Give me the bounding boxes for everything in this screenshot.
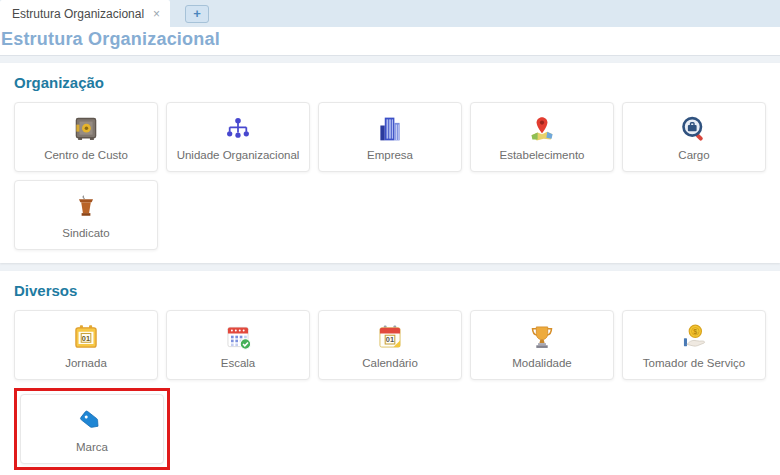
safe-icon [72, 114, 100, 144]
content-area: OrganizaçãoCentro de CustoUnidade Organi… [0, 56, 780, 475]
card-centro-de-custo[interactable]: Centro de Custo [14, 102, 158, 172]
card-label: Sindicato [62, 227, 109, 239]
trophy-icon [528, 322, 556, 352]
tag-icon [78, 406, 106, 436]
card-label: Estabelecimento [499, 149, 584, 161]
card-escala[interactable]: Escala [166, 310, 310, 380]
svg-text:$: $ [693, 327, 697, 335]
section-title: Organização [14, 74, 766, 91]
card-sindicato[interactable]: Sindicato [14, 180, 158, 250]
card-cargo[interactable]: Cargo [622, 102, 766, 172]
card-label: Calendário [362, 357, 418, 369]
card-label: Jornada [65, 357, 107, 369]
tab-label: Estrutura Organizacional [12, 7, 144, 21]
calendar-day-icon: 01 [72, 322, 100, 352]
card-tomador-de-servico[interactable]: $Tomador de Serviço [622, 310, 766, 380]
section-diversos: Diversos01JornadaEscala01CalendárioModal… [0, 271, 780, 475]
svg-text:01: 01 [386, 335, 394, 344]
hand-coin-icon: $ [680, 322, 708, 352]
building-icon [376, 114, 404, 144]
new-tab-button[interactable]: + [185, 5, 209, 23]
card-empresa[interactable]: Empresa [318, 102, 462, 172]
tab-close-icon[interactable]: × [153, 8, 160, 20]
card-label: Cargo [678, 149, 709, 161]
card-jornada[interactable]: 01Jornada [14, 310, 158, 380]
card-label: Empresa [367, 149, 413, 161]
map-pin-icon [528, 114, 556, 144]
page-title: Estrutura Organizacional [0, 27, 780, 56]
card-label: Unidade Organizacional [177, 149, 300, 161]
podium-icon [72, 192, 100, 222]
tab-estrutura-organizacional[interactable]: Estrutura Organizacional × [0, 0, 170, 27]
tab-bar: Estrutura Organizacional × + [0, 0, 780, 27]
job-search-icon [680, 114, 708, 144]
section-organizacao: OrganizaçãoCentro de CustoUnidade Organi… [0, 63, 780, 263]
section-title: Diversos [14, 282, 766, 299]
svg-text:01: 01 [82, 333, 90, 342]
card-calendario[interactable]: 01Calendário [318, 310, 462, 380]
card-label: Modalidade [512, 357, 571, 369]
calendar-icon: 01 [376, 322, 404, 352]
card-modalidade[interactable]: Modalidade [470, 310, 614, 380]
highlight-annotation: Marca [14, 388, 170, 470]
card-label: Escala [221, 357, 256, 369]
card-estabelecimento[interactable]: Estabelecimento [470, 102, 614, 172]
card-grid: 01JornadaEscala01CalendárioModalidade$To… [14, 310, 766, 470]
card-label: Centro de Custo [44, 149, 128, 161]
card-label: Tomador de Serviço [643, 357, 745, 369]
calendar-check-icon [224, 322, 252, 352]
card-marca[interactable]: Marca [20, 394, 164, 464]
org-chart-icon [223, 114, 253, 144]
card-unidade-organizacional[interactable]: Unidade Organizacional [166, 102, 310, 172]
card-grid: Centro de CustoUnidade OrganizacionalEmp… [14, 102, 766, 250]
card-label: Marca [76, 441, 108, 453]
